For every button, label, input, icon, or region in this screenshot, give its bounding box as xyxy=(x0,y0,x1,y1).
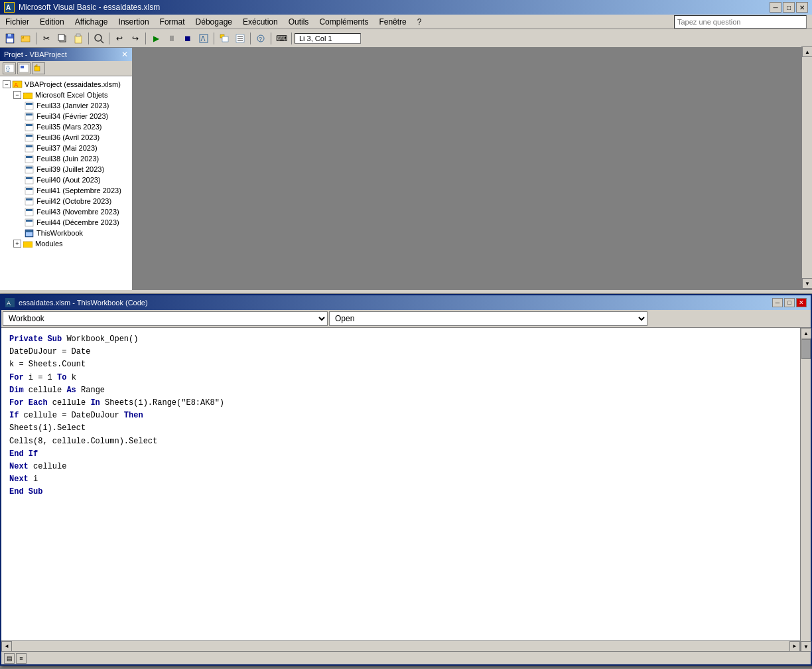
feuil42-label: Feuil42 (Octobre 2023) xyxy=(36,197,111,205)
code-hscroll-right[interactable]: ► xyxy=(789,641,800,652)
view-module-btn[interactable]: ≡ xyxy=(16,653,27,664)
tree-feuil35[interactable]: Feuil35 (Mars 2023) xyxy=(3,121,129,132)
tree-feuil37[interactable]: Feuil37 (Mai 2023) xyxy=(3,143,129,153)
tree-feuil36[interactable]: Feuil36 (Avril 2023) xyxy=(3,132,129,143)
view-obj-btn[interactable] xyxy=(17,62,31,74)
toolbar-kb[interactable]: ⌨ xyxy=(274,31,289,46)
tree-feuil39[interactable]: Feuil39 (Juillet 2023) xyxy=(3,164,129,175)
code-maximize[interactable]: □ xyxy=(784,298,795,307)
toolbar-projexp[interactable] xyxy=(217,31,232,46)
toolbar-sep7 xyxy=(271,33,271,44)
toolbar-redo[interactable]: ↪ xyxy=(128,31,143,46)
toggle-folder-btn[interactable] xyxy=(32,62,45,74)
tree-feuil44[interactable]: Feuil44 (Décembre 2023) xyxy=(3,217,129,228)
menu-format[interactable]: Format xyxy=(155,16,190,28)
toolbar-reset[interactable]: ⏹ xyxy=(180,31,195,46)
project-tree[interactable]: − A VBAProject (essaidates.xlsm) − Micro… xyxy=(0,76,132,290)
menu-execution[interactable]: Exécution xyxy=(237,16,283,28)
menu-edition[interactable]: Edition xyxy=(34,16,70,28)
vscroll-track xyxy=(802,57,812,278)
tree-feuil42[interactable]: Feuil42 (Octobre 2023) xyxy=(3,196,129,206)
code-hscroll-left[interactable]: ◄ xyxy=(1,641,12,652)
tree-feuil41[interactable]: Feuil41 (Septembre 2023) xyxy=(3,185,129,196)
projet-title: Projet - VBAProject xyxy=(4,50,67,58)
code-window: A essaidates.xlsm - ThisWorkbook (Code) … xyxy=(0,294,812,666)
toolbar-save[interactable] xyxy=(3,31,17,46)
feuil34-label: Feuil34 (Février 2023) xyxy=(36,112,108,120)
vscroll-up[interactable]: ▲ xyxy=(802,46,812,57)
menu-outils[interactable]: Outils xyxy=(283,16,314,28)
code-vscroll-up[interactable]: ▲ xyxy=(801,328,811,338)
sheet-icon-37 xyxy=(24,143,34,153)
sheet-icon-33 xyxy=(24,101,34,110)
project-panel: Projet - VBAProject ✕ {} − xyxy=(0,48,133,290)
svg-rect-4 xyxy=(7,38,13,42)
toolbar-run[interactable]: ▶ xyxy=(149,31,163,46)
view-procedure-btn[interactable]: ▤ xyxy=(4,653,15,664)
object-dropdown[interactable]: Workbook xyxy=(3,311,328,326)
code-close[interactable]: ✕ xyxy=(796,298,807,307)
menu-fenetre[interactable]: Fenêtre xyxy=(373,16,411,28)
tree-feuil34[interactable]: Feuil34 (Février 2023) xyxy=(3,111,129,121)
tree-feuil38[interactable]: Feuil38 (Juin 2023) xyxy=(3,153,129,164)
toolbar-break[interactable]: ⏸ xyxy=(165,31,179,46)
svg-rect-37 xyxy=(26,124,33,126)
procedure-dropdown[interactable]: Open xyxy=(329,311,647,326)
menu-insertion[interactable]: Insertion xyxy=(113,16,155,28)
vbe-main-window: A Microsoft Visual Basic - essaidates.xl… xyxy=(0,0,812,289)
tree-feuil43[interactable]: Feuil43 (Novembre 2023) xyxy=(3,206,129,217)
modules-folder-icon xyxy=(23,239,33,248)
sheet-icon-40 xyxy=(24,175,34,185)
menu-fichier[interactable]: Fichier xyxy=(0,16,34,28)
modules-toggle[interactable]: + xyxy=(13,240,21,248)
tree-modules-folder[interactable]: + Modules xyxy=(3,238,129,249)
tree-thisworkbook[interactable]: ThisWorkbook xyxy=(3,228,129,238)
close-button[interactable]: ✕ xyxy=(796,2,808,13)
tree-excel-objets-folder[interactable]: − Microsoft Excel Objets xyxy=(3,90,129,100)
toolbar-find[interactable] xyxy=(92,31,106,46)
toolbar-design[interactable] xyxy=(196,31,211,46)
code-vscrollbar: ▲ ▼ xyxy=(800,328,811,652)
main-title: Microsoft Visual Basic - essaidates.xlsm xyxy=(19,3,160,12)
toolbar-open[interactable] xyxy=(19,31,33,46)
tree-feuil33[interactable]: Feuil33 (Janvier 2023) xyxy=(3,100,129,111)
vscroll-down[interactable]: ▼ xyxy=(802,278,812,289)
view-code-btn[interactable]: {} xyxy=(3,62,16,74)
code-vscroll-thumb[interactable] xyxy=(801,339,811,359)
svg-rect-35 xyxy=(26,113,33,115)
feuil33-label: Feuil33 (Janvier 2023) xyxy=(36,102,109,110)
code-title-bar: A essaidates.xlsm - ThisWorkbook (Code) … xyxy=(1,295,811,310)
excel-objets-label: Microsoft Excel Objets xyxy=(35,91,107,99)
svg-rect-26 xyxy=(34,66,40,71)
toolbar-undo[interactable]: ↩ xyxy=(112,31,127,46)
projet-tools: {} xyxy=(0,61,132,76)
toolbar-propwin[interactable] xyxy=(233,31,247,46)
feuil41-label: Feuil41 (Septembre 2023) xyxy=(36,186,121,194)
toolbar-copy[interactable] xyxy=(55,31,70,46)
menu-complements[interactable]: Compléments xyxy=(314,16,373,28)
maximize-button[interactable]: □ xyxy=(783,2,795,13)
code-vscroll-down[interactable]: ▼ xyxy=(801,641,811,652)
toolbar-paste[interactable] xyxy=(71,31,86,46)
projet-close[interactable]: ✕ xyxy=(121,50,128,59)
toolbar-objbro[interactable]: ? xyxy=(253,31,268,46)
menu-debogage[interactable]: Débogage xyxy=(190,16,237,28)
position-indicator: Li 3, Col 1 xyxy=(295,33,361,44)
svg-rect-5 xyxy=(21,36,30,42)
root-toggle[interactable]: − xyxy=(3,80,11,88)
code-editor[interactable]: Private Sub Workbook_Open() DateDuJour =… xyxy=(1,328,800,652)
svg-rect-10 xyxy=(76,34,80,37)
code-vscroll-track xyxy=(801,338,811,641)
toolbar-cut[interactable]: ✂ xyxy=(39,31,54,46)
tree-root[interactable]: − A VBAProject (essaidates.xlsm) xyxy=(3,79,129,90)
code-minimize[interactable]: ─ xyxy=(772,298,783,307)
tree-feuil40[interactable]: Feuil40 (Aout 2023) xyxy=(3,175,129,185)
question-input[interactable] xyxy=(674,15,807,29)
excel-folder-toggle[interactable]: − xyxy=(13,91,21,99)
svg-rect-43 xyxy=(26,156,33,158)
svg-rect-49 xyxy=(26,188,33,190)
sheet-icon-34 xyxy=(24,112,34,121)
menu-affichage[interactable]: Affichage xyxy=(70,16,113,28)
menu-help[interactable]: ? xyxy=(412,16,427,28)
minimize-button[interactable]: ─ xyxy=(770,2,781,13)
